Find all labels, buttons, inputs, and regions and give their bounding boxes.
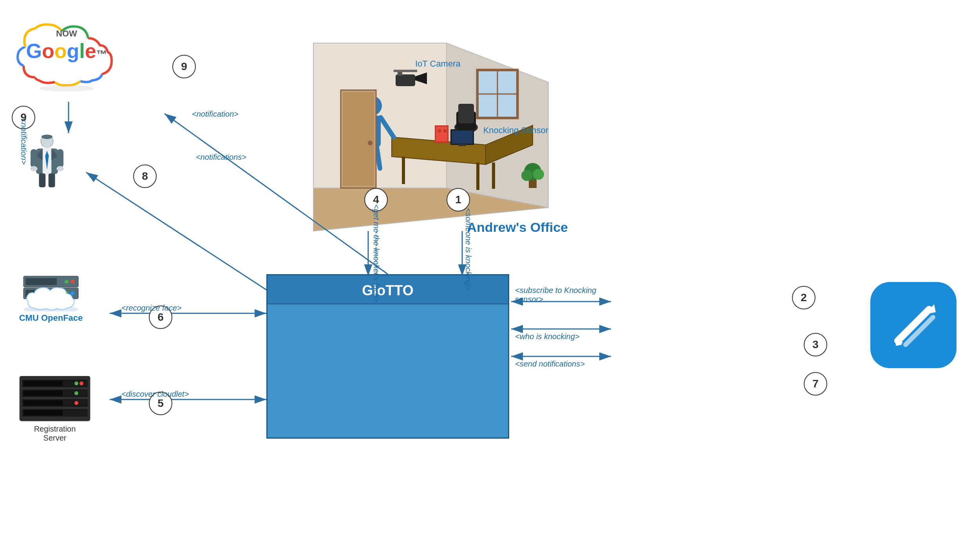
svg-rect-50 <box>24 410 63 416</box>
svg-point-36 <box>71 291 74 295</box>
svg-rect-67 <box>452 130 473 144</box>
svg-rect-74 <box>436 127 447 141</box>
reg-server-icon <box>16 376 94 423</box>
step-2-circle: 2 <box>792 286 815 309</box>
svg-rect-88 <box>343 92 374 186</box>
google-cloud: NOW Google™ <box>12 12 121 102</box>
andrews-office-label: Andrew's Office <box>467 220 568 235</box>
svg-rect-44 <box>24 390 63 396</box>
msg-who-knocking: <who is knocking> <box>515 332 580 341</box>
reg-server-label: Registration Server <box>12 425 98 443</box>
svg-rect-65 <box>458 104 474 123</box>
msg-subscribe-knocking: <subscribe to Knockingsensor> <box>515 286 596 304</box>
knocking-sensor-label: Knocking Sensor <box>483 125 548 136</box>
svg-rect-30 <box>25 278 57 285</box>
svg-line-12 <box>86 172 266 290</box>
svg-rect-23 <box>31 149 37 168</box>
svg-rect-76 <box>443 129 447 132</box>
cloud-now-label: NOW <box>56 29 77 39</box>
cmu-label: CMU OpenFace <box>12 313 90 323</box>
svg-point-41 <box>74 381 78 385</box>
msg-notification-cloud: <notification> <box>192 110 239 119</box>
registration-server: Registration Server <box>12 376 98 443</box>
app-icon <box>870 282 956 368</box>
step-3-circle: 3 <box>804 333 827 356</box>
cmu-openface: CMU OpenFace <box>12 274 90 323</box>
cloud-google-label: Google™ <box>26 39 107 63</box>
andrews-office: IoT Camera Knocking Sensor Andrew's Offi… <box>282 12 580 247</box>
svg-rect-83 <box>396 74 415 86</box>
msg-send-notifications: <send notifications> <box>515 360 585 369</box>
svg-rect-47 <box>24 400 63 406</box>
admin-person-icon <box>27 133 67 188</box>
step-8-circle: 8 <box>133 164 157 188</box>
svg-rect-24 <box>57 149 63 168</box>
msg-someone-knocking: <someone is knocking> <box>464 208 473 291</box>
svg-line-82 <box>377 147 380 168</box>
svg-point-45 <box>74 391 78 395</box>
step-9-top-circle: 9 <box>172 55 196 78</box>
app-store-icon-svg <box>884 296 943 354</box>
svg-point-14 <box>39 85 94 92</box>
admin-person <box>24 133 71 204</box>
svg-point-31 <box>65 280 69 284</box>
svg-point-71 <box>521 170 532 181</box>
svg-point-26 <box>56 166 64 171</box>
svg-point-32 <box>71 280 74 284</box>
svg-rect-75 <box>438 129 441 132</box>
svg-rect-27 <box>39 174 45 187</box>
svg-point-89 <box>368 141 372 145</box>
msg-notifications-app: <notifications> <box>196 153 246 162</box>
svg-point-25 <box>30 166 38 171</box>
server-stack-icon <box>20 274 82 311</box>
svg-point-72 <box>533 169 544 180</box>
step-7-circle: 7 <box>804 372 827 396</box>
msg-discover-cloudlet: <discover cloudlet> <box>121 390 189 399</box>
glotto-box: GloTTO <box>266 274 509 439</box>
msg-get-knockers-face: <get me the knocker's face> <box>372 204 381 303</box>
svg-rect-40 <box>24 381 63 386</box>
msg-recognize-face: <recognize face> <box>121 304 181 313</box>
svg-rect-86 <box>394 70 417 72</box>
svg-point-42 <box>80 381 83 385</box>
svg-rect-68 <box>458 144 466 146</box>
diagram-container: NOW Google™ <box>0 0 980 544</box>
svg-line-93 <box>896 343 902 345</box>
msg-notification-9-left: <notification> <box>19 118 28 165</box>
glotto-body <box>268 304 508 437</box>
svg-rect-28 <box>49 174 55 187</box>
svg-point-17 <box>42 135 52 139</box>
iot-camera-label: IoT Camera <box>415 59 461 69</box>
svg-point-48 <box>74 401 78 405</box>
